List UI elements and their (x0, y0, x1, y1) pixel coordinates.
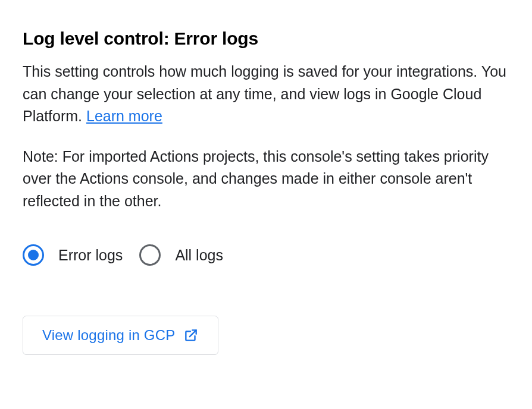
log-level-radio-group: Error logs All logs (23, 244, 509, 266)
radio-option-error-logs[interactable]: Error logs (23, 244, 123, 266)
radio-label-error-logs: Error logs (58, 247, 123, 264)
section-heading: Log level control: Error logs (23, 29, 509, 49)
radio-label-all-logs: All logs (175, 247, 223, 264)
description-text: This setting controls how much logging i… (23, 61, 509, 128)
external-link-icon (183, 328, 199, 343)
note-text: Note: For imported Actions projects, thi… (23, 146, 509, 213)
view-logging-button[interactable]: View logging in GCP (23, 316, 218, 355)
learn-more-link[interactable]: Learn more (86, 108, 162, 124)
radio-option-all-logs[interactable]: All logs (139, 244, 223, 266)
radio-icon (23, 244, 44, 266)
radio-icon (139, 244, 161, 266)
view-logging-label: View logging in GCP (42, 327, 175, 344)
